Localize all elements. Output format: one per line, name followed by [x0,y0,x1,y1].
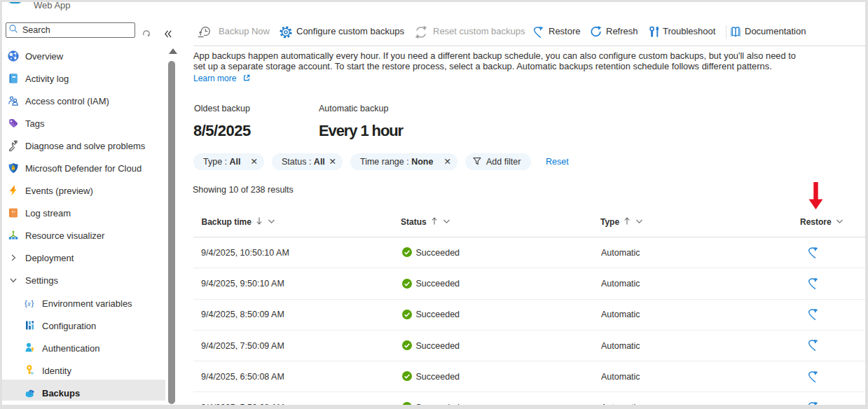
svg-text:}: } [31,299,34,307]
svg-text:x: x [27,300,31,307]
